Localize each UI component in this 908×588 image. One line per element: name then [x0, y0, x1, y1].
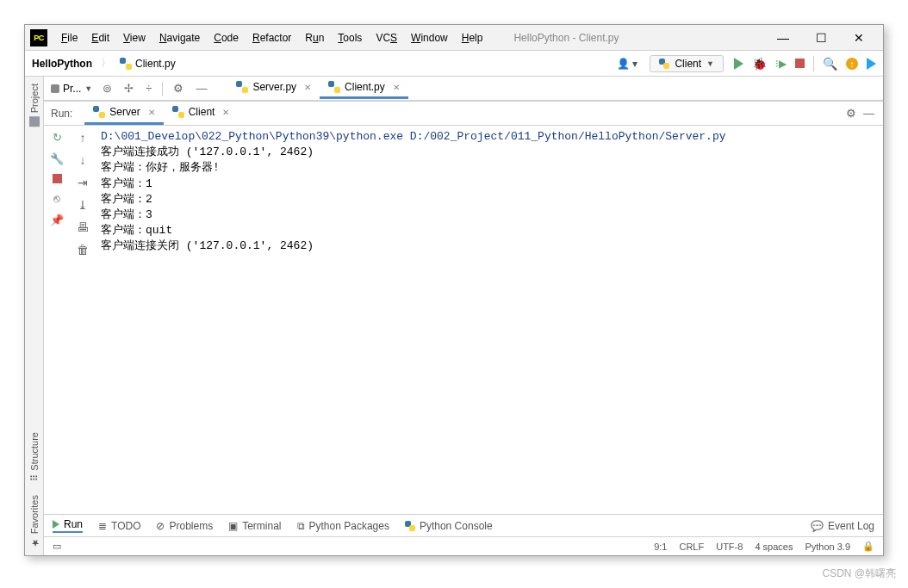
- breadcrumb-separator: 〉: [97, 56, 115, 71]
- menu-navigate[interactable]: Navigate: [154, 30, 205, 46]
- close-tab-icon[interactable]: ✕: [301, 83, 311, 92]
- menu-window[interactable]: Window: [406, 30, 453, 46]
- bottom-tab-run[interactable]: Run: [53, 518, 83, 533]
- run-tab-server[interactable]: Server ✕: [84, 102, 163, 125]
- run-controls: 🐞 ⁝▶ 🔍 ↑: [729, 56, 876, 71]
- menu-refactor[interactable]: Refactor: [247, 30, 296, 46]
- close-button[interactable]: ✕: [840, 26, 878, 50]
- hide-run-button[interactable]: —: [861, 107, 876, 120]
- menu-file[interactable]: File: [56, 30, 83, 46]
- menu-run[interactable]: Run: [300, 30, 329, 46]
- bottom-tab-python-console[interactable]: Python Console: [405, 520, 493, 532]
- project-dropdown[interactable]: Pr... ▼: [51, 83, 92, 95]
- project-icon: [29, 116, 40, 127]
- bottom-tab-terminal[interactable]: ▣Terminal: [228, 520, 281, 532]
- ide-services-button[interactable]: [867, 58, 876, 70]
- bottom-tab-event-log[interactable]: 💬Event Log: [811, 520, 874, 532]
- soft-wrap-button[interactable]: ⇥: [78, 176, 88, 189]
- breadcrumb-file[interactable]: Client.py: [120, 58, 176, 70]
- menu-view[interactable]: View: [118, 30, 151, 46]
- menu-code[interactable]: Code: [208, 30, 244, 46]
- clear-all-button[interactable]: 🗑: [77, 243, 89, 257]
- breadcrumb-root[interactable]: HelloPython: [32, 58, 92, 70]
- chevron-down-icon: ▼: [706, 59, 714, 68]
- search-button[interactable]: 🔍: [823, 57, 837, 71]
- debug-button[interactable]: 🐞: [752, 57, 767, 71]
- run-button[interactable]: [734, 58, 743, 70]
- print-button[interactable]: 🖶: [77, 220, 89, 234]
- favorites-tool-button[interactable]: ★ Favorites: [28, 488, 40, 555]
- editor-tab-server[interactable]: Server.py ✕: [227, 77, 320, 99]
- console-output[interactable]: D:\001_Develop\022_Python\Python39\pytho…: [96, 126, 883, 514]
- star-icon: ★: [28, 537, 40, 548]
- bottom-tool-bar: Run ≣TODO ⊘Problems ▣Terminal ⧉Python Pa…: [44, 514, 883, 536]
- project-tool-button[interactable]: Project: [29, 77, 40, 133]
- run-tab-label: Client: [189, 106, 215, 118]
- maximize-button[interactable]: ☐: [802, 26, 840, 50]
- menu-bar: File Edit View Navigate Code Refactor Ru…: [56, 30, 488, 46]
- window-title: HelloPython - Client.py: [513, 32, 619, 44]
- python-icon: [93, 106, 105, 118]
- python-icon: [405, 521, 415, 531]
- close-tab-icon[interactable]: ✕: [389, 83, 400, 92]
- line-separator[interactable]: CRLF: [679, 542, 704, 552]
- close-run-tab-icon[interactable]: ✕: [145, 108, 155, 117]
- down-arrow-button[interactable]: ↓: [80, 153, 86, 167]
- hide-button[interactable]: —: [194, 82, 208, 95]
- user-dropdown[interactable]: 👤 ▾: [610, 58, 644, 70]
- update-button[interactable]: ↑: [846, 58, 858, 70]
- editor-tab-client[interactable]: Client.py ✕: [320, 77, 408, 99]
- navigation-toolbar: HelloPython 〉 Client.py 👤 ▾ Client ▼ 🐞 ⁝…: [25, 51, 883, 77]
- editor-tabs: Server.py ✕ Client.py ✕: [227, 77, 407, 99]
- run-icon: [53, 520, 59, 529]
- scroll-to-end-button[interactable]: ⤓: [78, 198, 88, 212]
- python-file-icon: [120, 58, 132, 70]
- bottom-tab-label: TODO: [111, 520, 140, 532]
- file-encoding[interactable]: UTF-8: [716, 542, 743, 552]
- structure-tool-label: Structure: [29, 432, 40, 471]
- run-control-gutter: ↻ 🔧 ⎋ 📌: [44, 126, 70, 514]
- menu-edit[interactable]: Edit: [86, 30, 115, 46]
- stop-button[interactable]: [795, 59, 805, 68]
- minimize-button[interactable]: —: [764, 26, 802, 50]
- up-arrow-button[interactable]: ↑: [80, 131, 86, 145]
- project-tool-label: Project: [29, 84, 40, 113]
- python-interpreter[interactable]: Python 3.9: [805, 542, 850, 552]
- structure-tool-button[interactable]: ⠿ Structure: [28, 425, 40, 488]
- indent-setting[interactable]: 4 spaces: [755, 542, 793, 552]
- expand-all-button[interactable]: ✢: [122, 82, 135, 95]
- run-with-coverage-button[interactable]: ⁝▶: [775, 58, 787, 70]
- bottom-tab-python-packages[interactable]: ⧉Python Packages: [297, 520, 389, 532]
- rerun-button[interactable]: ↻: [53, 131, 62, 144]
- python-icon: [172, 106, 184, 118]
- status-bar-toggle[interactable]: ▭: [53, 541, 61, 552]
- collapse-all-button[interactable]: ÷: [144, 82, 153, 95]
- python-file-icon: [328, 81, 340, 93]
- pin-tab-button[interactable]: 📌: [48, 214, 65, 226]
- run-settings-button[interactable]: ⚙: [844, 107, 858, 120]
- menu-help[interactable]: Help: [457, 30, 488, 46]
- locate-button[interactable]: ⊚: [101, 82, 114, 95]
- dump-threads-button[interactable]: ⎋: [52, 192, 62, 205]
- bottom-tab-label: Run: [64, 518, 83, 530]
- stop-process-button[interactable]: [53, 174, 62, 183]
- bottom-tab-todo[interactable]: ≣TODO: [98, 520, 140, 532]
- run-config-name: Client: [675, 58, 701, 70]
- favorites-tool-label: Favorites: [29, 495, 40, 534]
- run-config-selector[interactable]: Client ▼: [650, 55, 724, 72]
- bottom-tab-problems[interactable]: ⊘Problems: [156, 520, 213, 532]
- run-session-tabs: Server ✕ Client ✕: [84, 102, 238, 125]
- menu-vcs[interactable]: VCS: [370, 30, 402, 46]
- project-settings-button[interactable]: ⚙: [171, 82, 185, 95]
- editor-tab-bar: Pr... ▼ ⊚ ✢ ÷ ⚙ — Server.py ✕: [44, 77, 883, 101]
- menu-tools[interactable]: Tools: [333, 30, 367, 46]
- pycharm-icon: PC: [30, 29, 47, 46]
- lock-icon[interactable]: 🔒: [862, 541, 874, 552]
- run-tab-client[interactable]: Client ✕: [164, 102, 239, 125]
- edit-config-button[interactable]: 🔧: [48, 152, 65, 165]
- cursor-position[interactable]: 9:1: [654, 542, 667, 552]
- python-file-icon: [236, 81, 248, 93]
- bottom-tab-label: Problems: [169, 520, 213, 532]
- project-dropdown-label: Pr...: [63, 83, 81, 95]
- close-run-tab-icon[interactable]: ✕: [219, 108, 229, 117]
